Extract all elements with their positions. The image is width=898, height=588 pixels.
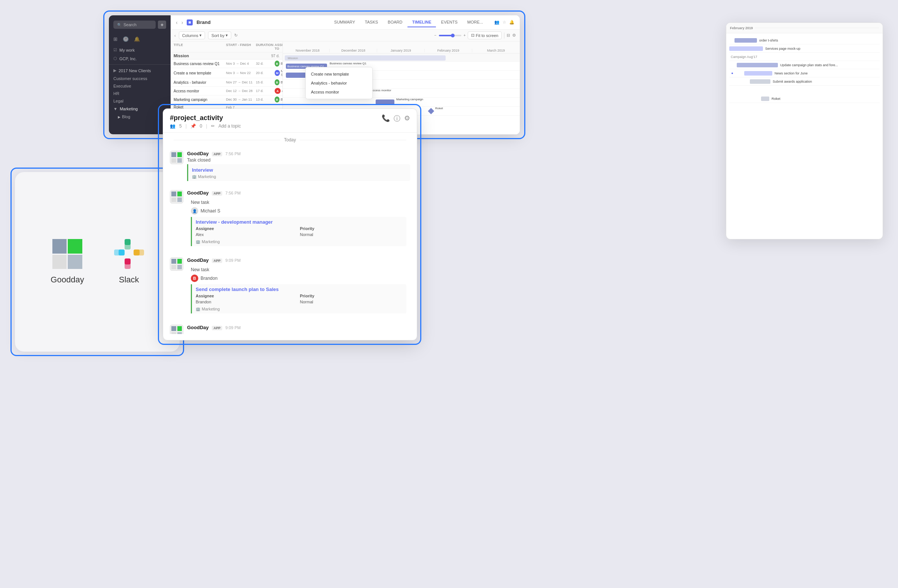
pin-icon: 📌 bbox=[191, 123, 196, 129]
task-link-3[interactable]: Send complete launch plan to Sales bbox=[196, 287, 403, 292]
filter-icon[interactable]: ⊟ bbox=[507, 33, 510, 38]
settings-icon[interactable]: ⚙ bbox=[512, 33, 516, 38]
members-count: 5 bbox=[179, 123, 182, 129]
fit-screen-icon: ⊡ bbox=[471, 33, 474, 38]
slack-label: Slack bbox=[119, 275, 139, 285]
phone-icon[interactable]: 📞 bbox=[382, 114, 390, 123]
message-header-4: GoodDay APP 9:09 PM bbox=[187, 325, 410, 330]
zoom-minus[interactable]: − bbox=[434, 33, 437, 37]
mini-avatar-2: 👤 bbox=[191, 207, 198, 215]
assignee-label-3: Assignee bbox=[196, 294, 298, 298]
slack-integration[interactable]: Slack bbox=[114, 239, 144, 285]
sidebar-item-blog[interactable]: ▶Blog bbox=[109, 113, 171, 120]
fit-screen-button[interactable]: ⊡ Fit to screen bbox=[468, 31, 502, 39]
right-bar-1 bbox=[735, 38, 757, 43]
sidebar-item-2017clients[interactable]: ▶ 2017 New Clients bbox=[109, 66, 171, 75]
add-topic-button[interactable]: Add a topic bbox=[218, 123, 241, 129]
gd-avatar-logo-4 bbox=[171, 326, 182, 334]
separator bbox=[504, 32, 504, 38]
add-button[interactable]: + bbox=[158, 21, 166, 29]
event-text-1: Task closed bbox=[187, 158, 410, 163]
table-row[interactable]: Business canvas review Q1 Nov 3 → Dec 4 … bbox=[171, 60, 283, 68]
priority-label-2: Priority bbox=[300, 226, 403, 231]
sidebar-item-marketing-label: Marketing bbox=[120, 107, 138, 111]
sort-button[interactable]: Sort by ▾ bbox=[208, 31, 231, 39]
tab-more[interactable]: MORE... bbox=[463, 18, 487, 27]
table-row[interactable]: Create a new template Nov 3 → Nov 22 20 … bbox=[171, 68, 283, 78]
fit-screen-label: Fit to screen bbox=[475, 33, 498, 38]
sidebar-item-mywork[interactable]: ☑ My work bbox=[109, 46, 171, 54]
sidebar-item-executive[interactable]: Executive bbox=[109, 82, 171, 90]
avatar: M bbox=[275, 70, 280, 76]
svg-rect-3 bbox=[125, 244, 131, 249]
tab-tasks[interactable]: TASKS bbox=[360, 18, 382, 27]
task-details-3: Send complete launch plan to Sales Assig… bbox=[191, 284, 406, 313]
app-badge-4: APP bbox=[212, 326, 223, 330]
right-label-7: Roket bbox=[772, 97, 781, 101]
star-icon[interactable]: ☆ bbox=[503, 20, 506, 25]
search-box[interactable]: 🔍 Search bbox=[113, 21, 156, 29]
chat-messages: Today GoodDay APP 7:56 PM Task closed bbox=[163, 133, 417, 334]
table-row[interactable]: Analytics - behavior Nov 27 → Dec 11 15 … bbox=[171, 78, 283, 87]
task-link-1[interactable]: Interview bbox=[192, 167, 213, 173]
right-gantt-row-2: Services page mock-up bbox=[729, 45, 880, 53]
channel-name: #project_activity bbox=[170, 114, 410, 122]
mission-bar-label: Mission bbox=[288, 57, 298, 60]
chat-message-4: GoodDay APP 9:09 PM New task 👤 Alex Cont… bbox=[166, 321, 414, 334]
menu-item-access-monitor[interactable]: Access monitor bbox=[306, 88, 372, 97]
task-card-1: Interview 🏢 Marketing bbox=[187, 164, 410, 181]
goodday-integration[interactable]: Goodday bbox=[51, 239, 84, 285]
task-name: Create a new template bbox=[174, 71, 226, 75]
left-arrow-icon[interactable]: ‹ bbox=[174, 33, 176, 38]
zoom-slider[interactable] bbox=[439, 35, 461, 36]
gantt-bar-6-ext-label: Roket bbox=[435, 107, 443, 110]
info-icon[interactable]: ⓘ bbox=[394, 114, 400, 123]
chat-message-3: GoodDay APP 9:09 PM New task B Brandon S… bbox=[166, 253, 414, 321]
zoom-plus[interactable]: + bbox=[464, 33, 466, 37]
bell-icon[interactable]: 🔔 bbox=[134, 36, 140, 42]
sidebar-item-marketing[interactable]: ▼ Marketing bbox=[109, 105, 171, 113]
message-header-2: GoodDay APP 7:56 PM bbox=[187, 190, 410, 196]
forward-arrow[interactable]: › bbox=[181, 20, 183, 25]
assignee-row-3: B Brandon bbox=[191, 275, 406, 282]
topbar-actions: 👥 ☆ 🔔 bbox=[494, 20, 515, 25]
sidebar-item-gcp[interactable]: ⬡ GCP, Inc. bbox=[109, 54, 171, 63]
sidebar-item-customer-success[interactable]: Customer success bbox=[109, 75, 171, 82]
menu-item-analytics[interactable]: Analytics - behavior bbox=[306, 78, 372, 88]
clock-icon[interactable]: 🕐 bbox=[123, 36, 129, 42]
chat-header-actions: 📞 ⓘ ⚙ bbox=[382, 114, 410, 123]
sidebar-item-legal[interactable]: Legal bbox=[109, 97, 171, 105]
pencil-icon: ✏ bbox=[211, 123, 215, 129]
right-header-divider bbox=[755, 28, 879, 28]
refresh-icon[interactable]: ↻ bbox=[234, 33, 238, 38]
context-menu: Create new template Analytics - behavior… bbox=[305, 67, 373, 99]
app-badge-3: APP bbox=[212, 258, 223, 263]
tab-timeline[interactable]: TIMELINE bbox=[407, 18, 435, 27]
menu-item-create-template[interactable]: Create new template bbox=[306, 69, 372, 78]
table-row[interactable]: Marketing campaign Dec 30 → Jan 11 13 d.… bbox=[171, 95, 283, 104]
right-bar-7 bbox=[761, 97, 769, 101]
tab-board[interactable]: BOARD bbox=[383, 18, 407, 27]
bell-top-icon[interactable]: 🔔 bbox=[509, 20, 515, 25]
members-icon: 👥 bbox=[170, 123, 175, 129]
gantt-header: November 2018 December 2018 January 2019… bbox=[283, 41, 520, 54]
sidebar-item-hr[interactable]: HR bbox=[109, 90, 171, 97]
gd-avatar-logo bbox=[171, 152, 182, 163]
grid-icon[interactable]: ⊞ bbox=[113, 36, 117, 42]
back-arrow[interactable]: ‹ bbox=[176, 20, 178, 25]
integration-items: Goodday Slack bbox=[51, 239, 144, 285]
task-tag-2: 🏢 Marketing bbox=[196, 239, 403, 244]
search-input[interactable]: Search bbox=[123, 23, 137, 27]
tab-summary[interactable]: SUMMARY bbox=[330, 18, 360, 27]
avatar: B bbox=[275, 97, 280, 103]
settings-chat-icon[interactable]: ⚙ bbox=[404, 114, 410, 123]
tab-events[interactable]: EVENTS bbox=[437, 18, 462, 27]
month-jan: January 2019 bbox=[377, 49, 425, 52]
user-icon: 👥 bbox=[494, 20, 500, 25]
avatar-gd-3 bbox=[170, 257, 183, 271]
month-mar: March 2019 bbox=[472, 49, 520, 52]
time-1: 7:56 PM bbox=[225, 152, 241, 156]
table-row[interactable]: Access monitor Dec 12 → Dec 28 17 d. A A… bbox=[171, 87, 283, 95]
task-link-2[interactable]: Interview - development manager bbox=[196, 219, 403, 225]
columns-button[interactable]: Columns ▾ bbox=[179, 31, 205, 39]
